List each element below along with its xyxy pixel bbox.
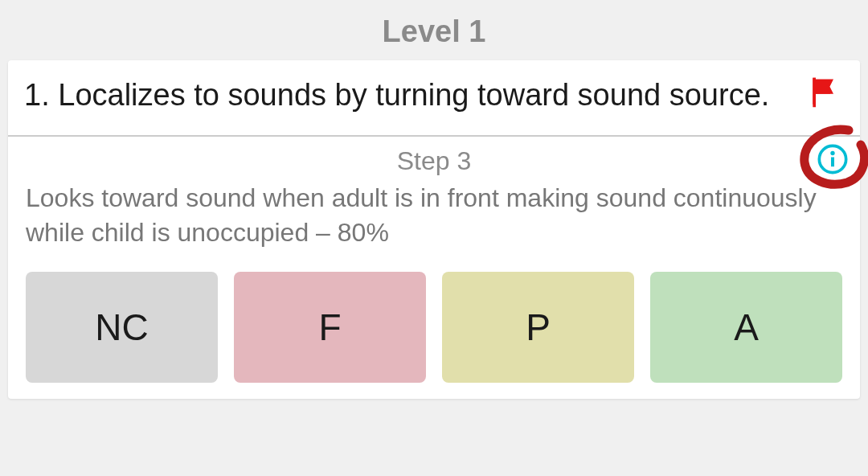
score-button-p[interactable]: P [442,272,634,383]
flag-icon[interactable] [807,75,842,113]
question-number: 1. [24,78,58,112]
question-card: 1. Localizes to sounds by turning toward… [8,60,860,399]
score-buttons-row: NC F P A [8,251,860,399]
level-header: Level 1 [0,0,868,60]
svg-rect-2 [831,158,834,167]
question-body: Localizes to sounds by turning toward so… [58,78,769,112]
svg-point-1 [830,151,834,155]
step-section: Step 3 Looks toward sound when adult is … [8,137,860,250]
info-icon[interactable] [817,143,849,178]
score-button-nc[interactable]: NC [26,272,218,383]
score-button-a[interactable]: A [650,272,842,383]
step-label: Step 3 [24,146,844,176]
question-text: 1. Localizes to sounds by turning toward… [24,75,844,116]
card-header: 1. Localizes to sounds by turning toward… [8,60,860,137]
score-button-f[interactable]: F [234,272,426,383]
step-description: Looks toward sound when adult is in fron… [24,181,844,250]
